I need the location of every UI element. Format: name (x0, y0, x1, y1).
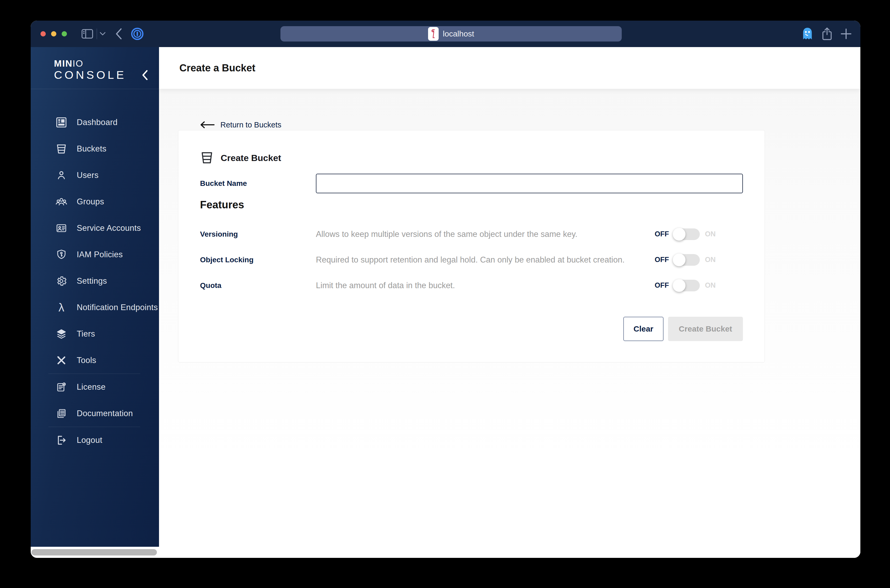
share-icon[interactable] (821, 27, 833, 41)
feature-label: Object Locking (200, 256, 316, 264)
bucket-name-input[interactable] (316, 174, 743, 193)
sidebar-item-users[interactable]: Users (31, 162, 159, 189)
logo-min: MIN (54, 58, 72, 69)
bucket-name-row: Bucket Name (200, 174, 743, 193)
toggle-knob (673, 228, 686, 241)
lambda-icon: λ (55, 301, 68, 314)
sidebar-item-label: Settings (77, 276, 107, 286)
site-favicon-flamingo-icon (428, 27, 439, 41)
tools-icon (55, 354, 68, 367)
object-locking-toggle-group: OFF ON (655, 254, 716, 266)
feature-description: Limit the amount of data in the bucket. (316, 281, 655, 290)
sidebar-item-settings[interactable]: Settings (31, 268, 159, 294)
shield-key-icon (55, 248, 68, 261)
main-panel: Create a Bucket Return to Buckets (159, 47, 860, 558)
bucket-name-label: Bucket Name (200, 179, 316, 188)
gear-icon (55, 275, 68, 287)
feature-row-versioning: Versioning Allows to keep multiple versi… (200, 221, 743, 247)
feature-description: Required to support retention and legal … (316, 255, 655, 265)
return-to-buckets-link[interactable]: Return to Buckets (200, 119, 281, 131)
back-arrow-icon (200, 121, 215, 129)
sidebar-item-label: Groups (77, 197, 104, 207)
card-actions: Clear Create Bucket (200, 317, 743, 341)
sidebar-item-label: Logout (77, 435, 102, 445)
sidebar-item-groups[interactable]: Groups (31, 189, 159, 215)
sidebar-item-label: Tiers (77, 329, 95, 339)
versioning-toggle-group: OFF ON (655, 228, 716, 240)
page-content: Return to Buckets Create Buc (159, 89, 860, 558)
page-title: Create a Bucket (179, 62, 255, 74)
titlebar-separator (96, 28, 97, 39)
feature-description: Allows to keep multiple versions of the … (316, 230, 655, 239)
feature-rows: Versioning Allows to keep multiple versi… (200, 221, 743, 298)
address-bar[interactable]: localhost (280, 26, 622, 42)
browser-window: localhost (31, 21, 860, 558)
sidebar-item-label: Buckets (77, 144, 106, 154)
sidebar-item-documentation[interactable]: Documentation (31, 400, 159, 427)
onepassword-extension-icon[interactable] (131, 27, 144, 40)
app-body: MINIO CONSOLE (31, 47, 860, 558)
sidebar-item-dashboard[interactable]: Dashboard (31, 109, 159, 136)
sidebar-item-license[interactable]: License (31, 374, 159, 400)
quota-toggle[interactable] (674, 280, 700, 291)
collapse-sidebar-icon[interactable] (141, 70, 149, 80)
feature-label: Quota (200, 281, 316, 290)
bucket-icon (200, 151, 214, 165)
sidebar-item-label: IAM Policies (77, 250, 123, 260)
features-heading: Features (200, 198, 743, 211)
minimize-window-button[interactable] (51, 31, 56, 36)
layers-icon (55, 328, 68, 340)
address-bar-url: localhost (443, 29, 474, 38)
sidebar-item-logout[interactable]: Logout (31, 427, 159, 453)
toggle-knob (673, 279, 686, 292)
sidebar-menu: Dashboard Buckets (31, 109, 159, 453)
toggle-knob (673, 254, 686, 266)
sidebar-item-buckets[interactable]: Buckets (31, 136, 159, 162)
dashboard-icon (55, 116, 68, 129)
feature-row-quota: Quota Limit the amount of data in the bu… (200, 273, 743, 298)
sidebar-item-notification-endpoints[interactable]: λ Notification Endpoints (31, 294, 159, 321)
id-card-icon (55, 222, 68, 234)
documentation-icon (55, 407, 68, 420)
object-locking-toggle[interactable] (674, 254, 700, 266)
sidebar-item-label: Service Accounts (77, 224, 141, 233)
toggle-on-label: ON (705, 256, 716, 264)
sidebar-item-label: Dashboard (77, 118, 117, 127)
quota-toggle-group: OFF ON (655, 280, 716, 291)
new-tab-plus-icon[interactable] (840, 28, 852, 40)
toggle-off-label: OFF (655, 230, 669, 238)
sidebar-item-iam-policies[interactable]: IAM Policies (31, 242, 159, 268)
chevron-down-icon[interactable] (99, 32, 106, 36)
toggle-on-label: ON (705, 230, 716, 238)
sidebar-item-label: License (77, 382, 105, 392)
toggle-sidebar-icon[interactable] (81, 29, 93, 39)
feature-label: Versioning (200, 230, 316, 238)
logo-io: IO (72, 58, 83, 69)
sidebar-item-service-accounts[interactable]: Service Accounts (31, 215, 159, 242)
return-link-label: Return to Buckets (220, 120, 281, 129)
bottom-scrollbar-strip (31, 547, 860, 558)
logout-icon (55, 434, 68, 447)
window-controls (41, 31, 67, 36)
screenshot-stage: localhost (0, 0, 890, 588)
close-window-button[interactable] (41, 31, 46, 36)
card-header: Create Bucket (200, 150, 743, 165)
sidebar-item-tools[interactable]: Tools (31, 347, 159, 374)
toggle-off-label: OFF (655, 256, 669, 264)
create-bucket-button[interactable]: Create Bucket (668, 317, 743, 341)
sidebar-item-label: Tools (77, 356, 96, 365)
versioning-toggle[interactable] (674, 228, 700, 240)
ghostery-extension-icon[interactable] (801, 27, 814, 41)
groups-icon (55, 195, 68, 208)
toggle-on-label: ON (705, 281, 716, 290)
toggle-off-label: OFF (655, 281, 669, 290)
zoom-window-button[interactable] (62, 31, 67, 36)
browser-titlebar: localhost (31, 21, 860, 47)
horizontal-scrollbar[interactable] (32, 549, 157, 555)
clear-button[interactable]: Clear (623, 317, 663, 341)
sidebar-item-label: Notification Endpoints (77, 303, 158, 312)
card-title: Create Bucket (221, 153, 281, 163)
sidebar-item-tiers[interactable]: Tiers (31, 321, 159, 347)
minio-console-logo: MINIO CONSOLE (31, 47, 159, 89)
back-button-icon[interactable] (115, 28, 122, 40)
